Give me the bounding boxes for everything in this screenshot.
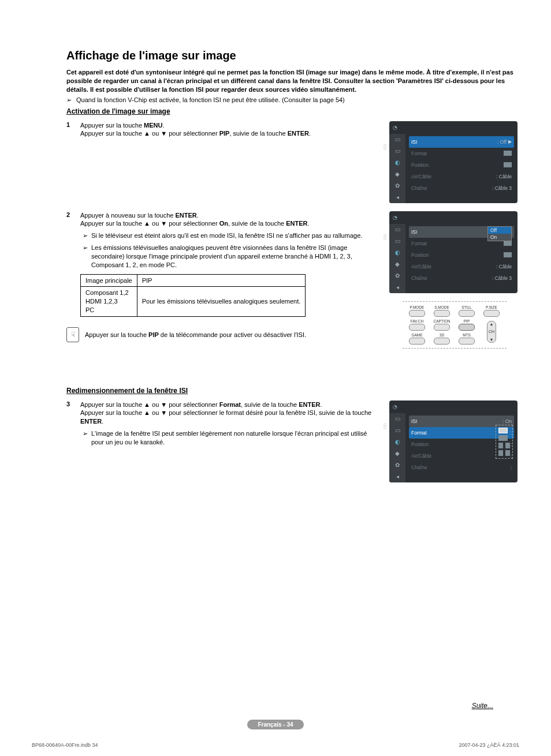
osd2-dropdown: Off On xyxy=(487,226,512,241)
menu-icon-2: ▭ xyxy=(393,238,401,245)
section-activation-title: Activation de l'image sur image xyxy=(66,107,519,115)
clock-icon: ◔ xyxy=(393,404,397,410)
osd1-row-format: Format xyxy=(409,148,514,159)
osd1-row-isi: ISI : Off ▶ xyxy=(409,136,514,148)
clock-icon: ◔ xyxy=(393,125,397,130)
menu-icon-6: ◂ xyxy=(393,194,401,201)
menu-icon-4: ◆ xyxy=(393,450,401,457)
suite-link: Suite... xyxy=(472,702,493,710)
format-opt-dual2-icon xyxy=(498,450,503,456)
step3-number: 3 xyxy=(66,401,75,447)
menu-icon-1: ▭ xyxy=(393,416,401,422)
menu-icon-1: ▭ xyxy=(393,136,401,143)
menu-icon-3: ◐ xyxy=(393,159,401,166)
intro-paragraph: Cet appareil est doté d'un syntoniseur i… xyxy=(66,68,519,94)
pip-table-r1c1: Composant 1,2 HDMI 1,2,3 PC xyxy=(81,287,137,317)
step1-number: 1 xyxy=(66,121,75,139)
osd-screenshot-1: ISI ◔ ▭ ▭ ◐ ◆ ✿ ◂ xyxy=(389,121,519,203)
step3-bullet1: L'image de la fenêtre ISI peut sembler l… xyxy=(91,429,379,447)
menu-icon-4: ◆ xyxy=(393,261,401,268)
dropdown-opt-off: Off xyxy=(488,227,511,234)
step1-body: Appuyer sur la touche MENU. Appuyer sur … xyxy=(80,121,379,139)
step2-row: 2 Appuyer à nouveau sur la touche ENTER.… xyxy=(66,211,519,349)
osd3-format-popup xyxy=(496,425,513,459)
menu-icon-3: ◐ xyxy=(393,249,401,256)
menu-icon-5: ✿ xyxy=(393,182,401,189)
step3-row: 3 Appuyer sur la touche ▲ ou ▼ pour séle… xyxy=(66,401,519,491)
step2-bullet2: Les émissions télévisuelles analogiques … xyxy=(91,244,379,270)
pip-table-r1c2: Pour les émissions télévisuelles analogi… xyxy=(137,287,306,317)
menu-icon-4: ◆ xyxy=(393,171,401,178)
menu-icon-6: ◂ xyxy=(393,473,401,480)
remote-tip: ☟ Appuyer sur la touche PIP de la téléco… xyxy=(66,327,379,342)
osd1-isi-tab: ISI xyxy=(382,144,388,149)
menu-icon-5: ✿ xyxy=(393,462,401,469)
pip-table-h1: Image principale xyxy=(81,274,137,287)
step2-body: Appuyer à nouveau sur la touche ENTER. A… xyxy=(80,211,379,317)
osd1-row-aircable: Air/Câble : Câble xyxy=(409,171,514,182)
clock-icon: ◔ xyxy=(393,215,397,220)
pip-table-h2: PIP xyxy=(137,274,306,287)
format-opt-large-icon xyxy=(498,428,508,433)
menu-icon-6: ◂ xyxy=(393,284,401,291)
osd3-isi-tab: ISI xyxy=(382,423,388,429)
bullet-arrow-icon: ➢ xyxy=(83,429,88,447)
bullet-arrow-icon: ➢ xyxy=(83,231,88,240)
menu-icon-5: ✿ xyxy=(393,272,401,279)
right-arrow-icon: ▶ xyxy=(508,139,512,144)
pip-table: Image principale PIP Composant 1,2 HDMI … xyxy=(80,274,306,317)
menu-icon-1: ▭ xyxy=(393,226,401,233)
doc-meta-left: BP68-00640A-00Fre.indb 34 xyxy=(32,742,98,748)
step2-number: 2 xyxy=(66,211,75,317)
format-opt-small-icon xyxy=(498,435,508,441)
vchip-note-text: Quand la fonction V-Chip est activée, la… xyxy=(76,96,345,103)
format-opt-dual1-icon xyxy=(498,443,503,448)
menu-icon-3: ◐ xyxy=(393,439,401,446)
hand-remote-icon: ☟ xyxy=(66,327,79,342)
osd2-isi-tab: ISI xyxy=(382,234,388,239)
note-arrow-icon: ➢ xyxy=(66,96,75,104)
osd-screenshot-2: ISI ◔ ▭ ▭ ◐ ◆ ✿ ◂ xyxy=(389,211,519,293)
remote-control-diagram: P.MODE S.MODE STILL P.SIZE FAV.CH CAPTIO… xyxy=(403,301,507,349)
section-resize-title: Redimensionnement de la fenêtre ISI xyxy=(66,387,519,395)
remote-ch-rocker: ▲CH▼ xyxy=(482,319,502,345)
page-footer: Français - 34 xyxy=(0,720,551,729)
bullet-arrow-icon: ➢ xyxy=(83,244,88,270)
step3-body: Appuyer sur la touche ▲ ou ▼ pour sélect… xyxy=(80,401,379,447)
step1-row: 1 Appuyer sur la touche MENU. Appuyer su… xyxy=(66,121,519,211)
osd1-row-chaine: Chaîne : Câble 3 xyxy=(409,182,514,194)
osd-screenshot-3: ISI ◔ ▭ ▭ ◐ ◆ ✿ ◂ xyxy=(389,401,519,482)
manual-page: Affichage de l'image sur image Cet appar… xyxy=(0,0,551,756)
remote-pip-button: PIP xyxy=(457,319,477,331)
osd1-row-position: Position xyxy=(409,159,514,171)
menu-icon-2: ▭ xyxy=(393,148,401,155)
page-number-pill: Français - 34 xyxy=(247,720,303,729)
doc-meta-right: 2007-04-23 ¿ÀÈÄ 4:23:01 xyxy=(459,742,519,748)
step2-bullet1: Si le téléviseur est éteint alors qu'il … xyxy=(91,231,362,240)
document-meta: BP68-00640A-00Fre.indb 34 2007-04-23 ¿ÀÈ… xyxy=(32,742,519,748)
dropdown-opt-on: On xyxy=(488,234,511,241)
page-title: Affichage de l'image sur image xyxy=(66,49,519,62)
vchip-note: ➢ Quand la fonction V-Chip est activée, … xyxy=(66,96,519,104)
menu-icon-2: ▭ xyxy=(393,427,401,434)
